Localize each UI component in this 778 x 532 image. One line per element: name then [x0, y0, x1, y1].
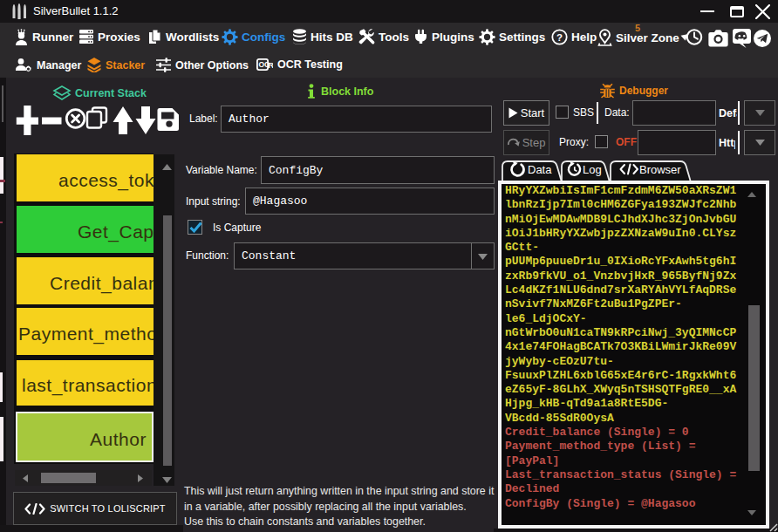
svg-text:?: ?	[556, 32, 563, 43]
svg-text:Browser: Browser	[639, 163, 681, 176]
svg-text:Log: Log	[583, 163, 602, 176]
svg-text:Data: Data	[528, 163, 552, 176]
svg-text:R: R	[268, 60, 273, 70]
